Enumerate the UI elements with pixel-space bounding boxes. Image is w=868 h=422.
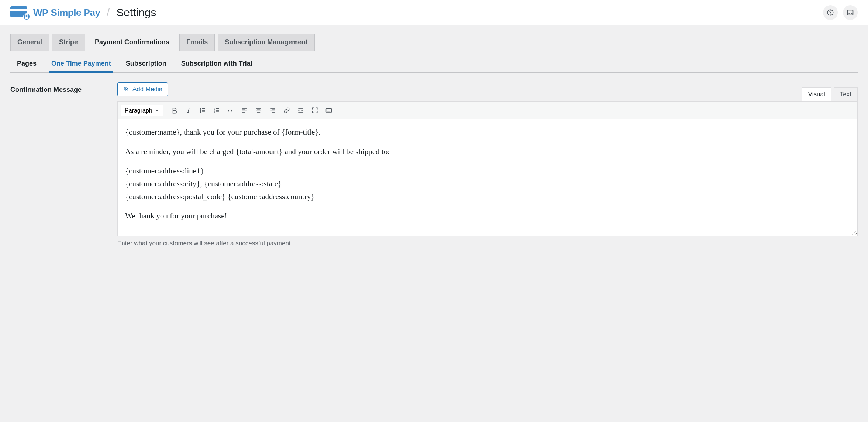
help-button[interactable] bbox=[823, 5, 838, 20]
editor-toolbar: Paragraph 123 bbox=[118, 102, 857, 119]
keyboard-icon bbox=[325, 107, 333, 114]
wpsimplepay-icon bbox=[10, 6, 30, 20]
numbered-list-button[interactable]: 123 bbox=[210, 104, 223, 117]
blockquote-button[interactable] bbox=[224, 104, 237, 117]
tab-stripe[interactable]: Stripe bbox=[52, 34, 85, 51]
read-more-button[interactable] bbox=[294, 104, 307, 117]
add-media-button[interactable]: Add Media bbox=[117, 82, 168, 96]
fullscreen-button[interactable] bbox=[309, 104, 321, 117]
subtab-one-time-payment[interactable]: One Time Payment bbox=[49, 56, 113, 73]
svg-point-14 bbox=[200, 111, 201, 113]
tab-subscription-management[interactable]: Subscription Management bbox=[218, 34, 315, 51]
format-select[interactable]: Paragraph bbox=[121, 105, 163, 116]
more-icon bbox=[297, 107, 304, 114]
inbox-icon bbox=[847, 9, 854, 16]
align-center-button[interactable] bbox=[252, 104, 265, 117]
align-right-icon bbox=[269, 107, 276, 114]
brand-logo: WP Simple Pay bbox=[10, 6, 100, 20]
helper-text: Enter what your customers will see after… bbox=[117, 240, 858, 247]
italic-icon bbox=[185, 107, 192, 114]
brand-text: WP Simple Pay bbox=[33, 7, 100, 18]
bold-icon bbox=[171, 107, 178, 114]
svg-point-8 bbox=[125, 88, 126, 89]
link-icon bbox=[283, 107, 290, 114]
inbox-button[interactable] bbox=[843, 5, 858, 20]
subtab-subscription[interactable]: Subscription bbox=[124, 56, 169, 73]
editor-paragraph: {customer:address:line1} {customer:addre… bbox=[125, 165, 850, 203]
subtab-subscription-trial[interactable]: Subscription with Trial bbox=[179, 56, 255, 73]
list-ul-icon bbox=[199, 107, 206, 114]
tab-emails[interactable]: Emails bbox=[179, 34, 215, 51]
align-left-button[interactable] bbox=[238, 104, 251, 117]
quote-icon bbox=[227, 107, 234, 114]
svg-point-12 bbox=[200, 108, 201, 110]
separator: / bbox=[107, 7, 110, 18]
primary-tabs: General Stripe Payment Confirmations Ema… bbox=[10, 34, 858, 51]
align-right-button[interactable] bbox=[266, 104, 279, 117]
subtab-pages[interactable]: Pages bbox=[15, 56, 39, 73]
svg-rect-4 bbox=[25, 17, 28, 19]
svg-rect-39 bbox=[326, 109, 332, 112]
add-media-label: Add Media bbox=[132, 86, 162, 93]
help-icon bbox=[827, 9, 834, 16]
editor-tab-visual[interactable]: Visual bbox=[802, 87, 831, 101]
bullet-list-button[interactable] bbox=[196, 104, 209, 117]
toolbar-toggle-button[interactable] bbox=[323, 104, 335, 117]
svg-text:3: 3 bbox=[214, 111, 215, 113]
svg-rect-1 bbox=[10, 9, 27, 11]
header: WP Simple Pay / Settings bbox=[0, 0, 868, 25]
editor-tab-text[interactable]: Text bbox=[834, 87, 858, 101]
secondary-tabs: Pages One Time Payment Subscription Subs… bbox=[10, 51, 858, 73]
list-ol-icon: 123 bbox=[213, 107, 220, 114]
svg-line-11 bbox=[188, 108, 189, 113]
setting-label: Confirmation Message bbox=[10, 82, 117, 94]
editor-content[interactable]: {customer:name}, thank you for your purc… bbox=[118, 119, 857, 236]
tab-general[interactable]: General bbox=[10, 34, 49, 51]
fullscreen-icon bbox=[311, 107, 318, 114]
align-center-icon bbox=[255, 107, 262, 114]
svg-point-6 bbox=[830, 14, 831, 14]
editor: Paragraph 123 bbox=[117, 101, 858, 236]
italic-button[interactable] bbox=[182, 104, 195, 117]
editor-paragraph: {customer:name}, thank you for your purc… bbox=[125, 126, 850, 139]
resize-grip-icon[interactable] bbox=[852, 231, 857, 235]
tab-payment-confirmations[interactable]: Payment Confirmations bbox=[88, 34, 176, 51]
align-left-icon bbox=[241, 107, 248, 114]
bold-button[interactable] bbox=[168, 104, 181, 117]
svg-point-13 bbox=[200, 110, 201, 111]
media-icon bbox=[123, 86, 130, 93]
editor-paragraph: We thank you for your purchase! bbox=[125, 210, 850, 222]
page-title: Settings bbox=[116, 6, 156, 19]
link-button[interactable] bbox=[280, 104, 293, 117]
editor-paragraph: As a reminder, you will be charged {tota… bbox=[125, 145, 850, 158]
